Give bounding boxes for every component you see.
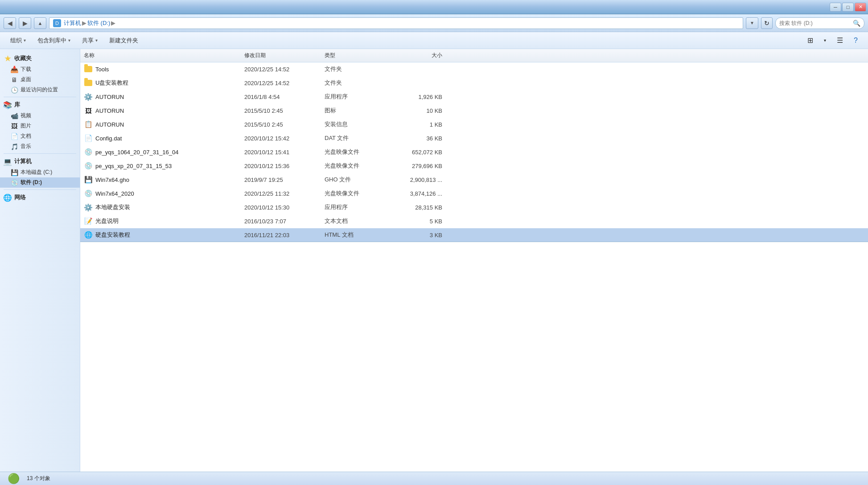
music-icon: 🎵 xyxy=(11,143,18,150)
search-icon[interactable]: 🔍 xyxy=(853,20,860,27)
file-type-cell: 文件夹 xyxy=(321,64,392,74)
table-row[interactable]: 💾 Win7x64.gho 2019/9/7 19:25 GHO 文件 2,90… xyxy=(80,173,868,187)
sidebar-item-music[interactable]: 🎵 音乐 xyxy=(0,141,80,152)
share-button[interactable]: 共享 ▾ xyxy=(77,34,103,47)
minimize-button[interactable]: ─ xyxy=(830,3,841,12)
table-row[interactable]: 📄 Config.dat 2020/10/12 15:42 DAT 文件 36 … xyxy=(80,132,868,145)
table-row[interactable]: ⚙️ AUTORUN 2016/1/8 4:54 应用程序 1,926 KB xyxy=(80,90,868,104)
table-row[interactable]: 📝 光盘说明 2016/10/23 7:07 文本文档 5 KB xyxy=(80,214,868,228)
divider-2 xyxy=(4,153,76,154)
file-type-cell: 光盘映像文件 xyxy=(321,161,392,171)
file-size-cell: 3,874,126 ... xyxy=(392,189,446,198)
breadcrumb-area: D 计算机 ▶ 软件 (D:) ▶ xyxy=(49,17,743,29)
file-icon: 💾 xyxy=(84,175,93,184)
search-box: 🔍 xyxy=(775,17,864,29)
include-label: 包含到库中 xyxy=(37,37,66,45)
col-header-size[interactable]: 大小 xyxy=(392,51,446,60)
file-area: 名称 修改日期 类型 大小 Tools 2020/12/25 14:52 文件夹… xyxy=(80,49,868,472)
recent-label: 最近访问的位置 xyxy=(21,86,58,94)
dropdown-address-button[interactable]: ▼ xyxy=(746,17,758,29)
file-name-cell: ⚙️ AUTORUN xyxy=(80,91,241,102)
col-header-type[interactable]: 类型 xyxy=(321,51,392,60)
file-date-cell: 2015/5/10 2:45 xyxy=(241,107,321,115)
file-type-cell: 图标 xyxy=(321,106,392,115)
main-layout: ★ 收藏夹 📥 下载 🖥 桌面 🕒 最近访问的位置 📚 库 xyxy=(0,49,868,472)
include-library-button[interactable]: 包含到库中 ▾ xyxy=(33,34,75,47)
file-name-cell: ⚙️ 本地硬盘安装 xyxy=(80,202,241,213)
file-name-text: U盘安装教程 xyxy=(95,79,128,87)
maximize-button[interactable]: □ xyxy=(842,3,854,12)
file-name-text: pe_yqs_xp_20_07_31_15_53 xyxy=(95,163,172,169)
up-button[interactable]: ▲ xyxy=(34,17,46,29)
file-name-cell: 🌐 硬盘安装教程 xyxy=(80,230,241,240)
file-icon: 🖼 xyxy=(84,106,93,115)
library-icon: 📚 xyxy=(4,101,12,109)
sidebar-header-favorites[interactable]: ★ 收藏夹 xyxy=(0,53,80,64)
drive-c-label: 本地磁盘 (C:) xyxy=(21,169,52,176)
file-type-cell: 文件夹 xyxy=(321,78,392,88)
favorites-label: 收藏夹 xyxy=(14,54,32,62)
sidebar-header-library[interactable]: 📚 库 xyxy=(0,99,80,111)
sidebar-header-network[interactable]: 🌐 网络 xyxy=(0,192,80,203)
back-button[interactable]: ◀ xyxy=(4,17,16,29)
table-row[interactable]: Tools 2020/12/25 14:52 文件夹 xyxy=(80,62,868,76)
table-row[interactable]: 🖼 AUTORUN 2015/5/10 2:45 图标 10 KB xyxy=(80,104,868,118)
file-type-cell: 应用程序 xyxy=(321,92,392,102)
table-row[interactable]: 💿 Win7x64_2020 2020/12/25 11:32 光盘映像文件 3… xyxy=(80,187,868,201)
file-icon xyxy=(84,65,93,74)
breadcrumb-computer[interactable]: 计算机 xyxy=(64,19,81,27)
help-button[interactable]: ? xyxy=(849,34,863,47)
downloads-icon: 📥 xyxy=(11,66,18,73)
file-date-cell: 2020/10/12 15:30 xyxy=(241,203,321,212)
breadcrumb-drive-d[interactable]: 软件 (D:) xyxy=(87,19,110,27)
new-folder-button[interactable]: 新建文件夹 xyxy=(104,34,143,47)
sidebar-header-computer[interactable]: 💻 计算机 xyxy=(0,156,80,167)
sidebar-item-drive-d[interactable]: 💿 软件 (D:) xyxy=(0,177,80,188)
sidebar-item-image[interactable]: 🖼 图片 xyxy=(0,121,80,131)
file-type-cell: 安装信息 xyxy=(321,119,392,129)
title-bar-buttons: ─ □ ✕ xyxy=(830,3,866,12)
table-row[interactable]: 🌐 硬盘安装教程 2016/11/21 22:03 HTML 文档 3 KB xyxy=(80,228,868,242)
file-date-cell: 2019/9/7 19:25 xyxy=(241,176,321,184)
file-type-cell: GHO 文件 xyxy=(321,175,392,185)
search-input[interactable] xyxy=(779,20,850,26)
file-icon: ⚙️ xyxy=(84,203,93,212)
col-header-date[interactable]: 修改日期 xyxy=(241,51,321,60)
network-label: 网络 xyxy=(14,193,26,201)
file-icon: 📝 xyxy=(84,217,93,226)
file-date-cell: 2020/12/25 14:52 xyxy=(241,79,321,87)
table-row[interactable]: 📋 AUTORUN 2015/5/10 2:45 安装信息 1 KB xyxy=(80,118,868,132)
close-button[interactable]: ✕ xyxy=(855,3,866,12)
file-icon: 💿 xyxy=(84,148,93,156)
sidebar-section-favorites: ★ 收藏夹 📥 下载 🖥 桌面 🕒 最近访问的位置 xyxy=(0,53,80,95)
sidebar-item-downloads[interactable]: 📥 下载 xyxy=(0,64,80,74)
view-toggle-button[interactable]: ⊞ xyxy=(802,34,818,47)
address-bar: ◀ ▶ ▲ D 计算机 ▶ 软件 (D:) ▶ ▼ ↻ 🔍 xyxy=(0,14,868,32)
file-icon: 🌐 xyxy=(84,230,93,239)
organize-button[interactable]: 组织 ▾ xyxy=(5,34,31,47)
col-header-name[interactable]: 名称 xyxy=(80,51,241,60)
forward-button[interactable]: ▶ xyxy=(19,17,31,29)
computer-label: 计算机 xyxy=(14,157,32,165)
breadcrumb-sep-2: ▶ xyxy=(111,20,115,26)
file-date-cell: 2016/11/21 22:03 xyxy=(241,231,321,239)
sidebar-item-desktop[interactable]: 🖥 桌面 xyxy=(0,74,80,85)
table-row[interactable]: U盘安装教程 2020/12/25 14:52 文件夹 xyxy=(80,76,868,90)
file-name-text: Win7x64.gho xyxy=(95,177,129,183)
sidebar-section-computer: 💻 计算机 💾 本地磁盘 (C:) 💿 软件 (D:) xyxy=(0,156,80,188)
file-type-cell: HTML 文档 xyxy=(321,230,392,240)
sidebar-item-video[interactable]: 📹 视频 xyxy=(0,111,80,121)
table-row[interactable]: 💿 pe_yqs_1064_20_07_31_16_04 2020/10/12 … xyxy=(80,145,868,159)
file-icon: 📄 xyxy=(84,134,93,143)
sidebar-item-drive-c[interactable]: 💾 本地磁盘 (C:) xyxy=(0,167,80,177)
recent-icon: 🕒 xyxy=(11,86,18,94)
view-list-button[interactable]: ☰ xyxy=(832,34,848,47)
file-list: Tools 2020/12/25 14:52 文件夹 U盘安装教程 2020/1… xyxy=(80,62,868,242)
table-row[interactable]: 💿 pe_yqs_xp_20_07_31_15_53 2020/10/12 15… xyxy=(80,159,868,173)
view-dropdown-button[interactable]: ▾ xyxy=(819,34,831,47)
file-name-cell: 📝 光盘说明 xyxy=(80,216,241,226)
refresh-button[interactable]: ↻ xyxy=(761,17,773,29)
table-row[interactable]: ⚙️ 本地硬盘安装 2020/10/12 15:30 应用程序 28,315 K… xyxy=(80,201,868,214)
sidebar-item-doc[interactable]: 📄 文档 xyxy=(0,131,80,141)
sidebar-item-recent[interactable]: 🕒 最近访问的位置 xyxy=(0,85,80,95)
